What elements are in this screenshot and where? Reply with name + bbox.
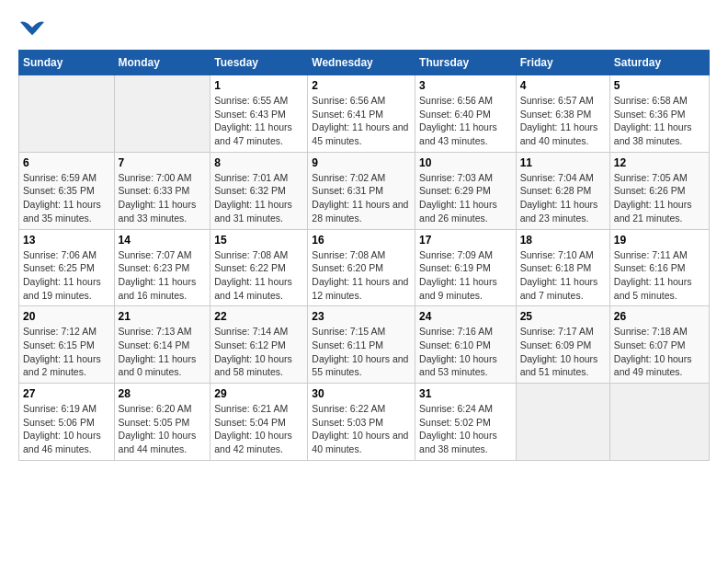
- day-info: Sunrise: 6:22 AM Sunset: 5:03 PM Dayligh…: [312, 402, 411, 456]
- day-number: 23: [312, 310, 411, 323]
- calendar-cell: 31Sunrise: 6:24 AM Sunset: 5:02 PM Dayli…: [415, 384, 517, 461]
- column-header-monday: Monday: [114, 51, 210, 75]
- calendar-cell: 30Sunrise: 6:22 AM Sunset: 5:03 PM Dayli…: [308, 384, 415, 461]
- day-info: Sunrise: 7:02 AM Sunset: 6:31 PM Dayligh…: [312, 171, 411, 225]
- calendar-cell: 17Sunrise: 7:09 AM Sunset: 6:19 PM Dayli…: [415, 229, 517, 306]
- column-header-thursday: Thursday: [415, 51, 517, 75]
- calendar-cell: 2Sunrise: 6:56 AM Sunset: 6:41 PM Daylig…: [308, 75, 415, 153]
- day-number: 28: [119, 387, 207, 400]
- column-header-sunday: Sunday: [19, 51, 115, 75]
- calendar-cell: 23Sunrise: 7:15 AM Sunset: 6:11 PM Dayli…: [308, 306, 415, 384]
- day-info: Sunrise: 7:11 AM Sunset: 6:16 PM Dayligh…: [614, 248, 705, 303]
- day-info: Sunrise: 7:09 AM Sunset: 6:19 PM Dayligh…: [419, 248, 512, 303]
- day-number: 17: [419, 234, 512, 247]
- day-number: 20: [23, 310, 110, 323]
- day-info: Sunrise: 7:04 AM Sunset: 6:28 PM Dayligh…: [520, 171, 606, 225]
- calendar-cell: [516, 384, 609, 461]
- calendar-table: SundayMondayTuesdayWednesdayThursdayFrid…: [18, 50, 710, 461]
- day-number: 29: [214, 387, 303, 400]
- calendar-week-row: 27Sunrise: 6:19 AM Sunset: 5:06 PM Dayli…: [19, 384, 710, 461]
- calendar-cell: 27Sunrise: 6:19 AM Sunset: 5:06 PM Dayli…: [19, 384, 115, 461]
- calendar-cell: 20Sunrise: 7:12 AM Sunset: 6:15 PM Dayli…: [19, 306, 115, 384]
- calendar-cell: 12Sunrise: 7:05 AM Sunset: 6:26 PM Dayli…: [609, 152, 709, 229]
- day-number: 8: [214, 156, 303, 169]
- day-info: Sunrise: 6:56 AM Sunset: 6:41 PM Dayligh…: [312, 94, 411, 148]
- day-number: 3: [419, 79, 512, 92]
- day-info: Sunrise: 7:14 AM Sunset: 6:12 PM Dayligh…: [214, 325, 303, 379]
- calendar-cell: 8Sunrise: 7:01 AM Sunset: 6:32 PM Daylig…: [210, 152, 308, 229]
- day-number: 14: [119, 234, 207, 247]
- calendar-week-row: 20Sunrise: 7:12 AM Sunset: 6:15 PM Dayli…: [19, 306, 710, 384]
- day-info: Sunrise: 7:07 AM Sunset: 6:23 PM Dayligh…: [119, 248, 207, 303]
- day-info: Sunrise: 7:10 AM Sunset: 6:18 PM Dayligh…: [520, 248, 606, 303]
- calendar-cell: 18Sunrise: 7:10 AM Sunset: 6:18 PM Dayli…: [516, 229, 609, 306]
- day-number: 15: [214, 234, 303, 247]
- calendar-cell: 24Sunrise: 7:16 AM Sunset: 6:10 PM Dayli…: [415, 306, 517, 384]
- calendar-cell: [114, 75, 210, 153]
- day-info: Sunrise: 7:17 AM Sunset: 6:09 PM Dayligh…: [520, 325, 606, 379]
- logo: [18, 18, 50, 40]
- calendar-cell: 11Sunrise: 7:04 AM Sunset: 6:28 PM Dayli…: [516, 152, 609, 229]
- day-number: 22: [214, 310, 303, 323]
- day-info: Sunrise: 7:00 AM Sunset: 6:33 PM Dayligh…: [119, 171, 207, 225]
- column-header-tuesday: Tuesday: [210, 51, 308, 75]
- day-info: Sunrise: 6:21 AM Sunset: 5:04 PM Dayligh…: [214, 402, 303, 456]
- day-number: 12: [614, 156, 705, 169]
- column-header-wednesday: Wednesday: [308, 51, 415, 75]
- day-number: 5: [614, 79, 705, 92]
- day-info: Sunrise: 7:03 AM Sunset: 6:29 PM Dayligh…: [419, 171, 512, 225]
- calendar-cell: 10Sunrise: 7:03 AM Sunset: 6:29 PM Dayli…: [415, 152, 517, 229]
- day-info: Sunrise: 7:01 AM Sunset: 6:32 PM Dayligh…: [214, 171, 303, 225]
- calendar-cell: 19Sunrise: 7:11 AM Sunset: 6:16 PM Dayli…: [609, 229, 709, 306]
- day-number: 27: [23, 387, 110, 400]
- page-header: [18, 18, 710, 40]
- day-number: 9: [312, 156, 411, 169]
- day-info: Sunrise: 6:59 AM Sunset: 6:35 PM Dayligh…: [23, 171, 110, 225]
- day-info: Sunrise: 7:06 AM Sunset: 6:25 PM Dayligh…: [23, 248, 110, 303]
- day-number: 30: [312, 387, 411, 400]
- day-number: 11: [520, 156, 606, 169]
- calendar-cell: 3Sunrise: 6:56 AM Sunset: 6:40 PM Daylig…: [415, 75, 517, 153]
- day-number: 4: [520, 79, 606, 92]
- day-info: Sunrise: 6:24 AM Sunset: 5:02 PM Dayligh…: [419, 402, 512, 456]
- calendar-cell: 4Sunrise: 6:57 AM Sunset: 6:38 PM Daylig…: [516, 75, 609, 153]
- day-info: Sunrise: 6:19 AM Sunset: 5:06 PM Dayligh…: [23, 402, 110, 456]
- calendar-week-row: 1Sunrise: 6:55 AM Sunset: 6:43 PM Daylig…: [19, 75, 710, 153]
- day-number: 25: [520, 310, 606, 323]
- calendar-cell: 13Sunrise: 7:06 AM Sunset: 6:25 PM Dayli…: [19, 229, 115, 306]
- day-number: 2: [312, 79, 411, 92]
- day-number: 26: [614, 310, 705, 323]
- calendar-cell: 28Sunrise: 6:20 AM Sunset: 5:05 PM Dayli…: [114, 384, 210, 461]
- day-number: 31: [419, 387, 512, 400]
- calendar-cell: 25Sunrise: 7:17 AM Sunset: 6:09 PM Dayli…: [516, 306, 609, 384]
- day-number: 19: [614, 234, 705, 247]
- day-info: Sunrise: 7:12 AM Sunset: 6:15 PM Dayligh…: [23, 325, 110, 379]
- day-number: 21: [119, 310, 207, 323]
- column-header-friday: Friday: [516, 51, 609, 75]
- day-number: 18: [520, 234, 606, 247]
- day-info: Sunrise: 7:05 AM Sunset: 6:26 PM Dayligh…: [614, 171, 705, 225]
- day-info: Sunrise: 6:58 AM Sunset: 6:36 PM Dayligh…: [614, 94, 705, 148]
- calendar-cell: 21Sunrise: 7:13 AM Sunset: 6:14 PM Dayli…: [114, 306, 210, 384]
- day-number: 16: [312, 234, 411, 247]
- calendar-week-row: 6Sunrise: 6:59 AM Sunset: 6:35 PM Daylig…: [19, 152, 710, 229]
- day-info: Sunrise: 7:08 AM Sunset: 6:22 PM Dayligh…: [214, 248, 303, 303]
- day-info: Sunrise: 7:15 AM Sunset: 6:11 PM Dayligh…: [312, 325, 411, 379]
- day-number: 7: [119, 156, 207, 169]
- day-info: Sunrise: 7:18 AM Sunset: 6:07 PM Dayligh…: [614, 325, 705, 379]
- day-info: Sunrise: 6:56 AM Sunset: 6:40 PM Dayligh…: [419, 94, 512, 148]
- day-info: Sunrise: 7:08 AM Sunset: 6:20 PM Dayligh…: [312, 248, 411, 303]
- day-number: 10: [419, 156, 512, 169]
- day-number: 24: [419, 310, 512, 323]
- logo-bird-icon: [18, 18, 46, 40]
- calendar-cell: 26Sunrise: 7:18 AM Sunset: 6:07 PM Dayli…: [609, 306, 709, 384]
- calendar-cell: 5Sunrise: 6:58 AM Sunset: 6:36 PM Daylig…: [609, 75, 709, 153]
- day-info: Sunrise: 7:13 AM Sunset: 6:14 PM Dayligh…: [119, 325, 207, 379]
- day-info: Sunrise: 7:16 AM Sunset: 6:10 PM Dayligh…: [419, 325, 512, 379]
- calendar-cell: 15Sunrise: 7:08 AM Sunset: 6:22 PM Dayli…: [210, 229, 308, 306]
- column-header-saturday: Saturday: [609, 51, 709, 75]
- calendar-header-row: SundayMondayTuesdayWednesdayThursdayFrid…: [19, 51, 710, 75]
- calendar-cell: 6Sunrise: 6:59 AM Sunset: 6:35 PM Daylig…: [19, 152, 115, 229]
- calendar-cell: [19, 75, 115, 153]
- calendar-cell: [609, 384, 709, 461]
